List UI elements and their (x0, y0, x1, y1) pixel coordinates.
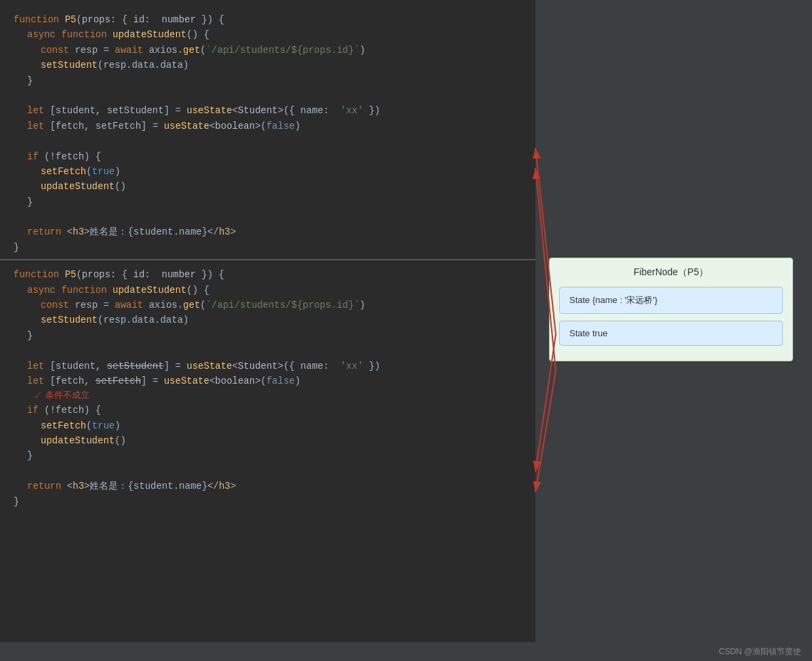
code-line: if (!fetch) { (14, 149, 522, 164)
code-line: updateStudent() (14, 433, 522, 448)
code-line: setFetch(true) (14, 418, 522, 433)
code-section-1: function P5(props: { id: number }) { asy… (0, 5, 535, 259)
state-item-1: State {name : '宋远桥'} (559, 287, 783, 314)
bottom-bar: CSDN @渔阳镇节度使 (0, 642, 812, 661)
code-line: if (!fetch) { (14, 403, 522, 418)
code-line: const resp = await axios.get(`/api/stude… (14, 43, 522, 58)
code-line: let [student, setStudent] = useState<Stu… (14, 103, 522, 118)
code-line: } (14, 328, 522, 343)
code-line (14, 134, 522, 148)
main-container: function P5(props: { id: number }) { asy… (0, 0, 812, 661)
code-line: function P5(props: { id: number }) { (14, 267, 522, 282)
state-item-2: State true (559, 321, 783, 346)
code-line: } (14, 195, 522, 209)
code-line: } (14, 240, 522, 255)
code-line: setStudent(resp.data.data) (14, 313, 522, 327)
code-line: } (14, 448, 522, 463)
code-line: return <h3>姓名是：{student.name}</h3> (14, 224, 522, 239)
code-section-2: function P5(props: { id: number }) { asy… (0, 260, 535, 513)
code-line: return <h3>姓名是：{student.name}</h3> (14, 479, 522, 494)
watermark-text: CSDN @渔阳镇节度使 (718, 646, 801, 658)
code-line: } (14, 494, 522, 509)
code-line: setStudent(resp.data.data) (14, 58, 522, 73)
code-line: updateStudent() (14, 179, 522, 194)
code-line: const resp = await axios.get(`/api/stude… (14, 298, 522, 313)
code-panel: function P5(props: { id: number }) { asy… (0, 0, 535, 661)
code-line: setFetch(true) (14, 164, 522, 179)
code-line: async function updateStudent() { (14, 283, 522, 298)
code-line: } (14, 73, 522, 88)
code-line (14, 464, 522, 479)
code-line: function P5(props: { id: number }) { (14, 12, 522, 27)
fiber-node-box: FiberNode（P5） State {name : '宋远桥'} State… (549, 258, 793, 361)
code-line (14, 209, 522, 224)
code-line: let [student, setStudent] = useState<Stu… (14, 359, 522, 374)
condition-annotation: ↙ 条件不成立 (14, 388, 522, 403)
code-line: let [fetch, setFetch] = useState<boolean… (14, 374, 522, 388)
fiber-node-title: FiberNode（P5） (559, 266, 783, 279)
right-panel: FiberNode（P5） State {name : '宋远桥'} State… (535, 0, 812, 661)
code-line (14, 343, 522, 358)
code-line: let [fetch, setFetch] = useState<boolean… (14, 119, 522, 134)
code-line: async function updateStudent() { (14, 27, 522, 42)
code-line (14, 88, 522, 103)
